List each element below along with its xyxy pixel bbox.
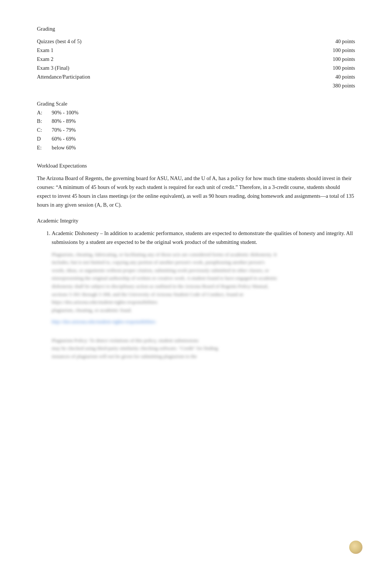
grading-points: 40 points xyxy=(318,73,355,82)
page: Grading Quizzes (best 4 of 5) 40 points … xyxy=(0,0,392,576)
scale-row: B: 80% - 89% xyxy=(37,117,355,126)
scale-grade: A: xyxy=(37,108,52,117)
grading-row: 380 points xyxy=(37,82,355,90)
scale-grade: C: xyxy=(37,126,52,135)
scale-row: C: 70% - 79% xyxy=(37,126,355,135)
scale-range: 60% - 69% xyxy=(52,135,96,144)
item1-text: Academic Dishonesty – In addition to aca… xyxy=(52,229,355,247)
workload-paragraph: The Arizona Board of Regents, the govern… xyxy=(37,174,355,210)
grading-label: Exam 1 xyxy=(37,46,318,55)
blurred-line: Plagiarism, cheating, fabricating, or fa… xyxy=(52,251,355,259)
blurred-link: http://dos.arizona.edu/student-rights-re… xyxy=(52,318,155,326)
grading-points: 100 points xyxy=(318,46,355,55)
blurred-content-block: Plagiarism, cheating, fabricating, or fa… xyxy=(52,251,355,331)
grading-label: Exam 3 (Final) xyxy=(37,64,318,73)
scale-row: E: below 60% xyxy=(37,144,355,152)
numbered-list: Academic Dishonesty – In addition to aca… xyxy=(37,229,355,361)
blurred-item2-line: Plagiarism Policy: To detect violations … xyxy=(52,337,355,345)
blurred-line: includes, but is not limited to, copying… xyxy=(52,258,355,266)
blurred-line: misrepresenting the original authorship … xyxy=(52,274,355,282)
blurred-line: dishonesty shall be subject to disciplin… xyxy=(52,282,355,290)
academic-integrity-section: Academic Integrity Academic Dishonesty –… xyxy=(37,218,355,361)
grading-label xyxy=(37,82,318,90)
grading-label: Quizzes (best 4 of 5) xyxy=(37,37,318,46)
grading-row: Quizzes (best 4 of 5) 40 points xyxy=(37,37,355,46)
workload-title: Workload Expectations xyxy=(37,163,355,169)
grading-table: Quizzes (best 4 of 5) 40 points Exam 1 1… xyxy=(37,37,355,90)
blurred-item2-line: instances of plagiarism will not be give… xyxy=(52,352,355,361)
grading-row: Exam 2 100 points xyxy=(37,55,355,64)
grading-row: Exam 3 (Final) 100 points xyxy=(37,64,355,73)
blurred-line: words, ideas, or arguments without prope… xyxy=(52,266,355,275)
watermark-badge xyxy=(349,541,362,554)
scale-row: A: 90% - 100% xyxy=(37,108,355,117)
grading-points: 380 points xyxy=(318,82,355,90)
grading-points: 100 points xyxy=(318,55,355,64)
list-item-1: Academic Dishonesty – In addition to aca… xyxy=(52,229,355,331)
scale-range: 70% - 79% xyxy=(52,126,96,135)
grading-title: Grading xyxy=(37,26,355,32)
grading-label: Exam 2 xyxy=(37,55,318,64)
grading-scale-section: Grading Scale A: 90% - 100% B: 80% - 89%… xyxy=(37,101,355,153)
grading-section: Grading Quizzes (best 4 of 5) 40 points … xyxy=(37,26,355,90)
grading-row: Exam 1 100 points xyxy=(37,46,355,55)
blurred-item2-line: may be checked using third-party similar… xyxy=(52,344,355,352)
blurred-line: plagiarism, cheating, or academic fraud. xyxy=(52,306,355,314)
blurred-item-2: Plagiarism Policy: To detect violations … xyxy=(52,337,355,361)
blurred-lines: Plagiarism, cheating, fabricating, or fa… xyxy=(52,251,355,314)
scale-range: below 60% xyxy=(52,144,96,152)
scale-grade: E: xyxy=(37,144,52,152)
grading-points: 40 points xyxy=(318,37,355,46)
scale-range: 90% - 100% xyxy=(52,108,96,117)
blurred-line: sections 5-301 through 5-308, and the Un… xyxy=(52,290,355,299)
grading-points: 100 points xyxy=(318,64,355,73)
blurred-item2-lines: Plagiarism Policy: To detect violations … xyxy=(52,337,355,361)
grading-label: Attendance/Participation xyxy=(37,73,318,82)
scale-grade: D xyxy=(37,135,52,144)
academic-integrity-title: Academic Integrity xyxy=(37,218,355,224)
scale-range: 80% - 89% xyxy=(52,117,96,126)
scale-rows: A: 90% - 100% B: 80% - 89% C: 70% - 79% … xyxy=(37,108,355,153)
workload-section: Workload Expectations The Arizona Board … xyxy=(37,163,355,210)
grading-row: Attendance/Participation 40 points xyxy=(37,73,355,82)
scale-row: D 60% - 69% xyxy=(37,135,355,144)
scale-grade: B: xyxy=(37,117,52,126)
grading-scale-title: Grading Scale xyxy=(37,101,355,107)
blurred-line: https://dos.arizona.edu/student-rights-r… xyxy=(52,298,355,306)
